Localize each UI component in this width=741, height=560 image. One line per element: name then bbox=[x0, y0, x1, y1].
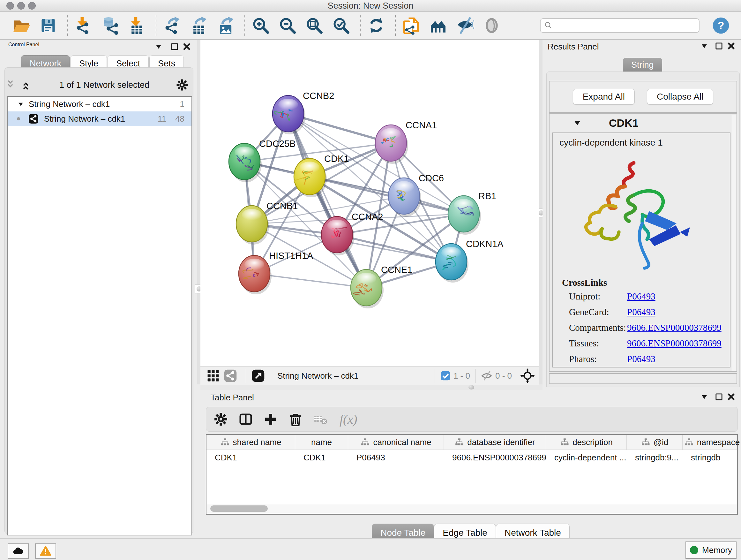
node-CDC6[interactable]: CDC6 bbox=[388, 173, 444, 217]
table-panel-close-icon[interactable] bbox=[726, 391, 737, 402]
expand-all-networks-icon[interactable] bbox=[20, 78, 33, 91]
apply-layout-icon[interactable] bbox=[367, 16, 386, 35]
node-CDKN1A[interactable]: CDKN1A bbox=[435, 239, 503, 283]
table-cell[interactable]: cyclin-dependent ... bbox=[546, 450, 627, 465]
open-session-icon[interactable] bbox=[12, 16, 30, 35]
crosslink-link[interactable]: 9606.ENSP00000378699 bbox=[627, 338, 722, 349]
node-label-CDC6: CDC6 bbox=[419, 173, 444, 183]
table-cell[interactable]: CDK1 bbox=[295, 450, 348, 465]
table-row[interactable]: CDK1CDK1P064939606.ENSP00000378699cyclin… bbox=[206, 450, 737, 465]
node-HIST1H1A[interactable]: HIST1H1A bbox=[239, 251, 313, 294]
export-table-icon[interactable] bbox=[190, 16, 208, 35]
horizontal-splitter-handle[interactable] bbox=[468, 385, 474, 389]
function-builder-icon[interactable]: f(x) bbox=[340, 412, 357, 427]
node-CDK1[interactable]: CDK1 bbox=[294, 153, 349, 197]
table-cell[interactable]: 9606.ENSP00000378699 bbox=[444, 450, 546, 465]
network-view-canvas[interactable]: CCNB2 CCNA1 CDC25B CDK1 CDC6 bbox=[200, 40, 539, 366]
search-input[interactable] bbox=[554, 19, 699, 32]
table-remove-icon[interactable] bbox=[313, 412, 328, 427]
fit-content-icon[interactable] bbox=[520, 368, 535, 383]
expand-all-button[interactable]: Expand All bbox=[573, 89, 635, 105]
crosslink-link[interactable]: 9606.ENSP00000378699 bbox=[627, 322, 722, 333]
results-panel-float-icon[interactable] bbox=[714, 41, 724, 51]
collapse-all-networks-icon[interactable] bbox=[5, 78, 18, 91]
table-hscrollbar-thumb[interactable] bbox=[210, 505, 268, 512]
show-grid-icon[interactable] bbox=[206, 369, 220, 383]
cdk1-section-header[interactable]: CDK1 bbox=[549, 114, 737, 132]
table-cell[interactable]: CDK1 bbox=[206, 450, 295, 465]
detach-view-icon[interactable] bbox=[251, 369, 265, 383]
cloud-status-button[interactable] bbox=[8, 543, 29, 559]
collection-expand-icon[interactable] bbox=[16, 99, 25, 109]
collection-label: String Network – cdk1 bbox=[29, 99, 110, 109]
network-row[interactable]: String Network – cdk1 11 48 bbox=[8, 111, 192, 126]
clone-network-icon[interactable] bbox=[402, 16, 421, 35]
search-box[interactable] bbox=[540, 18, 699, 33]
results-panel-close-icon[interactable] bbox=[726, 41, 737, 51]
column-header-database-identifier[interactable]: database identifier bbox=[444, 435, 546, 449]
memory-button[interactable]: Memory bbox=[685, 542, 737, 559]
show-all-icon[interactable] bbox=[482, 16, 501, 35]
table-cell[interactable]: P06493 bbox=[348, 450, 444, 465]
zoom-in-icon[interactable] bbox=[252, 16, 270, 35]
trash-icon[interactable] bbox=[288, 412, 303, 427]
import-network-file-icon[interactable] bbox=[74, 16, 92, 35]
column-header-description[interactable]: description bbox=[546, 435, 627, 449]
control-panel-close-icon[interactable] bbox=[181, 41, 192, 52]
zoom-fit-icon[interactable] bbox=[305, 16, 324, 35]
crosslink-link[interactable]: P06493 bbox=[627, 307, 656, 317]
collapse-all-button[interactable]: Collapse All bbox=[647, 89, 713, 105]
column-tree-icon bbox=[360, 437, 370, 447]
node-table[interactable]: shared namenamecanonical namedatabase id… bbox=[206, 434, 738, 515]
column-header--id[interactable]: @id bbox=[627, 435, 683, 449]
network-share-icon[interactable] bbox=[223, 369, 238, 383]
column-header-canonical-name[interactable]: canonical name bbox=[348, 435, 444, 449]
string-network-graph[interactable]: CCNB2 CCNA1 CDC25B CDK1 CDC6 bbox=[200, 40, 539, 366]
control-panel-menu-icon[interactable] bbox=[153, 41, 164, 52]
node-label-RB1: RB1 bbox=[478, 191, 496, 201]
results-panel-menu-icon[interactable] bbox=[699, 41, 710, 51]
save-session-icon[interactable] bbox=[39, 16, 57, 35]
columns-icon[interactable] bbox=[238, 412, 253, 427]
network-options-gear-icon[interactable] bbox=[176, 78, 189, 91]
selected-count-checkbox-icon[interactable] bbox=[440, 370, 451, 381]
hide-selected-icon[interactable] bbox=[456, 16, 474, 35]
node-label-CDK1: CDK1 bbox=[324, 153, 349, 164]
column-header-name[interactable]: name bbox=[295, 435, 348, 449]
export-image-icon[interactable] bbox=[216, 16, 235, 35]
edge-CCNB2-CCNE1[interactable] bbox=[288, 114, 366, 288]
selected-count: 1 - 0 bbox=[454, 371, 470, 381]
import-network-database-icon[interactable] bbox=[101, 16, 119, 35]
right-splitter[interactable] bbox=[539, 40, 542, 390]
crosslink-link[interactable]: P06493 bbox=[627, 354, 656, 364]
node-RB1[interactable]: RB1 bbox=[448, 191, 496, 235]
column-header-shared-name[interactable]: shared name bbox=[206, 435, 295, 449]
export-network-icon[interactable] bbox=[163, 16, 181, 35]
tab-string[interactable]: String bbox=[623, 58, 662, 72]
table-hscrollbar[interactable] bbox=[207, 504, 737, 513]
control-panel-float-icon[interactable] bbox=[169, 41, 180, 52]
cdk1-collapse-icon[interactable] bbox=[571, 117, 583, 129]
birdseye-view-icon[interactable] bbox=[429, 16, 448, 35]
network-collection-row[interactable]: String Network – cdk1 1 bbox=[8, 97, 192, 111]
gear-icon[interactable] bbox=[213, 412, 228, 427]
node-CCNE1[interactable]: CCNE1 bbox=[351, 265, 412, 308]
zoom-out-icon[interactable] bbox=[278, 16, 297, 35]
table-cell[interactable]: stringdb:9... bbox=[627, 450, 683, 465]
search-icon bbox=[543, 20, 554, 31]
import-table-icon[interactable] bbox=[128, 16, 146, 35]
left-splitter[interactable] bbox=[197, 40, 200, 384]
help-button[interactable]: ? bbox=[712, 16, 730, 35]
memory-label: Memory bbox=[702, 545, 732, 555]
warnings-button[interactable] bbox=[35, 543, 56, 559]
table-cell[interactable]: stringdb bbox=[683, 450, 741, 465]
table-panel-menu-icon[interactable] bbox=[699, 391, 710, 402]
zoom-selected-icon[interactable] bbox=[332, 16, 350, 35]
crosslink-link[interactable]: P06493 bbox=[627, 291, 656, 302]
results-scrollbar[interactable] bbox=[731, 115, 736, 371]
table-panel-float-icon[interactable] bbox=[714, 391, 724, 402]
node-CCNB1[interactable]: CCNB1 bbox=[236, 201, 298, 245]
add-icon[interactable] bbox=[263, 412, 278, 427]
column-header-namespace[interactable]: namespace bbox=[683, 435, 741, 449]
current-network-dot-icon bbox=[15, 115, 22, 123]
